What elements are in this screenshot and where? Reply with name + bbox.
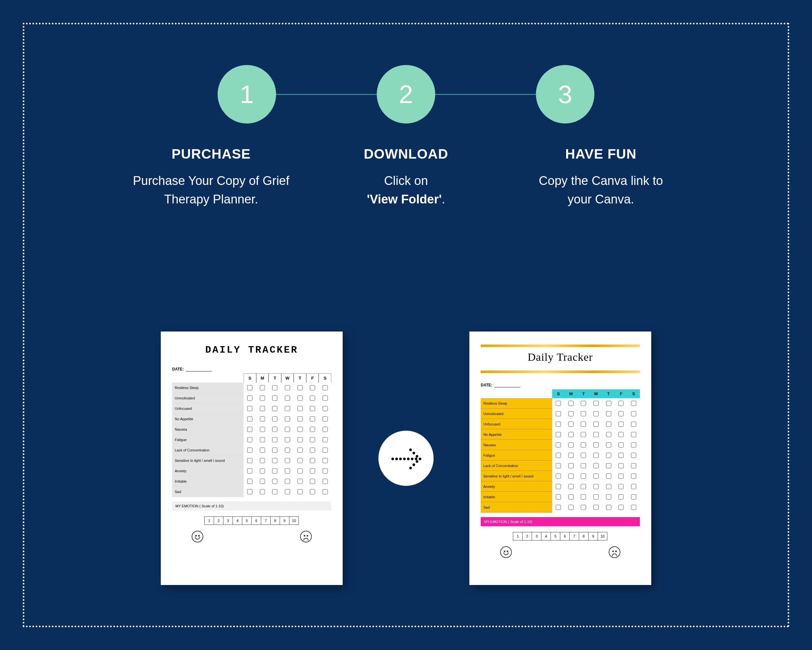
checkbox[interactable]: [627, 398, 640, 408]
checkbox[interactable]: [256, 424, 269, 434]
checkbox[interactable]: [319, 466, 331, 476]
checkbox[interactable]: [590, 471, 603, 481]
checkbox[interactable]: [256, 434, 269, 445]
checkbox[interactable]: [269, 476, 281, 486]
checkbox[interactable]: [590, 398, 603, 408]
checkbox[interactable]: [552, 502, 565, 512]
checkbox[interactable]: [615, 481, 627, 492]
scale-cell[interactable]: 5: [551, 532, 560, 540]
checkbox[interactable]: [319, 455, 331, 466]
checkbox[interactable]: [281, 403, 294, 414]
scale-cell[interactable]: 10: [289, 517, 299, 525]
checkbox[interactable]: [319, 476, 331, 486]
checkbox[interactable]: [269, 455, 281, 466]
checkbox[interactable]: [577, 419, 590, 429]
checkbox[interactable]: [552, 492, 565, 502]
checkbox[interactable]: [256, 414, 269, 424]
checkbox[interactable]: [602, 460, 615, 471]
checkbox[interactable]: [552, 440, 565, 450]
checkbox[interactable]: [565, 450, 577, 460]
checkbox[interactable]: [602, 492, 615, 502]
checkbox[interactable]: [294, 414, 306, 424]
checkbox[interactable]: [552, 450, 565, 460]
checkbox[interactable]: [319, 445, 331, 455]
scale-cell[interactable]: 8: [270, 517, 280, 525]
checkbox[interactable]: [244, 466, 256, 476]
checkbox[interactable]: [281, 434, 294, 445]
checkbox[interactable]: [244, 393, 256, 403]
checkbox[interactable]: [627, 492, 640, 502]
checkbox[interactable]: [615, 502, 627, 512]
checkbox[interactable]: [256, 403, 269, 414]
scale-cell[interactable]: 4: [232, 517, 242, 525]
checkbox[interactable]: [244, 403, 256, 414]
checkbox[interactable]: [565, 481, 577, 492]
checkbox[interactable]: [281, 476, 294, 486]
scale-cell[interactable]: 6: [251, 517, 261, 525]
checkbox[interactable]: [627, 429, 640, 440]
checkbox[interactable]: [615, 419, 627, 429]
checkbox[interactable]: [269, 403, 281, 414]
scale-cell[interactable]: 9: [588, 532, 598, 540]
checkbox[interactable]: [306, 403, 319, 414]
checkbox[interactable]: [602, 440, 615, 450]
scale-cell[interactable]: 2: [214, 517, 223, 525]
checkbox[interactable]: [281, 393, 294, 403]
checkbox[interactable]: [319, 414, 331, 424]
checkbox[interactable]: [281, 455, 294, 466]
checkbox[interactable]: [306, 393, 319, 403]
checkbox[interactable]: [306, 382, 319, 393]
checkbox[interactable]: [602, 502, 615, 512]
checkbox[interactable]: [256, 445, 269, 455]
checkbox[interactable]: [615, 492, 627, 502]
checkbox[interactable]: [577, 450, 590, 460]
checkbox[interactable]: [565, 408, 577, 419]
checkbox[interactable]: [294, 486, 306, 497]
scale-cell[interactable]: 5: [242, 517, 252, 525]
checkbox[interactable]: [306, 466, 319, 476]
checkbox[interactable]: [552, 398, 565, 408]
checkbox[interactable]: [294, 445, 306, 455]
scale-cell[interactable]: 1: [513, 532, 523, 540]
checkbox[interactable]: [565, 419, 577, 429]
checkbox[interactable]: [552, 460, 565, 471]
checkbox[interactable]: [319, 382, 331, 393]
checkbox[interactable]: [565, 398, 577, 408]
checkbox[interactable]: [256, 486, 269, 497]
checkbox[interactable]: [602, 450, 615, 460]
checkbox[interactable]: [552, 471, 565, 481]
checkbox[interactable]: [552, 429, 565, 440]
checkbox[interactable]: [269, 486, 281, 497]
checkbox[interactable]: [627, 460, 640, 471]
checkbox[interactable]: [256, 455, 269, 466]
checkbox[interactable]: [590, 450, 603, 460]
checkbox[interactable]: [281, 466, 294, 476]
checkbox[interactable]: [577, 471, 590, 481]
checkbox[interactable]: [552, 481, 565, 492]
checkbox[interactable]: [590, 440, 603, 450]
checkbox[interactable]: [244, 445, 256, 455]
checkbox[interactable]: [294, 424, 306, 434]
checkbox[interactable]: [281, 445, 294, 455]
checkbox[interactable]: [319, 434, 331, 445]
checkbox[interactable]: [602, 398, 615, 408]
checkbox[interactable]: [269, 434, 281, 445]
checkbox[interactable]: [281, 382, 294, 393]
checkbox[interactable]: [319, 393, 331, 403]
checkbox[interactable]: [590, 502, 603, 512]
checkbox[interactable]: [306, 445, 319, 455]
checkbox[interactable]: [244, 476, 256, 486]
checkbox[interactable]: [256, 466, 269, 476]
checkbox[interactable]: [615, 440, 627, 450]
checkbox[interactable]: [269, 445, 281, 455]
checkbox[interactable]: [244, 486, 256, 497]
checkbox[interactable]: [294, 466, 306, 476]
scale-cell[interactable]: 8: [579, 532, 589, 540]
checkbox[interactable]: [577, 502, 590, 512]
scale-cell[interactable]: 7: [569, 532, 579, 540]
checkbox[interactable]: [627, 502, 640, 512]
checkbox[interactable]: [627, 481, 640, 492]
checkbox[interactable]: [294, 455, 306, 466]
checkbox[interactable]: [602, 471, 615, 481]
scale-cell[interactable]: 10: [598, 532, 607, 540]
